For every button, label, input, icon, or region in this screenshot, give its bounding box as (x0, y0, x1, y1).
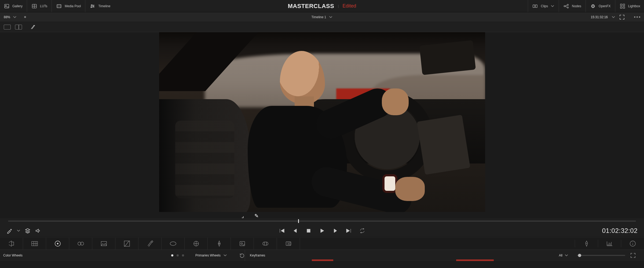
layer-stack-icon[interactable] (25, 228, 31, 234)
rgb-mixer-button[interactable] (92, 238, 115, 250)
nodes-icon (563, 3, 569, 9)
info-button[interactable] (621, 240, 644, 247)
chevron-down-icon (13, 15, 17, 19)
palette-strip: 3D (0, 237, 644, 250)
timeline-button[interactable]: Timeline (85, 0, 115, 12)
svg-point-25 (170, 242, 176, 245)
keyframe-segment[interactable] (456, 259, 494, 261)
source-timecode[interactable]: 15:31:32:16 (591, 15, 608, 19)
svg-rect-14 (623, 4, 625, 6)
hdr-icon (77, 240, 85, 247)
footer-bar: Color Wheels Primaries Wheels Keyframes … (0, 250, 644, 261)
timeline-name-dropdown[interactable]: Timeline 1 (312, 15, 333, 19)
zoom-value: 88% (4, 15, 10, 19)
first-frame-icon[interactable] (279, 228, 285, 234)
loop-icon[interactable] (359, 228, 365, 234)
media-pool-button[interactable]: Media Pool (52, 0, 85, 12)
options-menu-icon[interactable] (634, 16, 640, 18)
window-button[interactable] (185, 238, 208, 250)
lightbox-button[interactable]: Lightbox (615, 0, 640, 12)
color-wheels-icon (54, 240, 61, 247)
color-picker-icon[interactable] (6, 228, 12, 234)
keyframes-label: Keyframes (250, 254, 265, 257)
chevron-down-icon[interactable] (612, 15, 615, 19)
openfx-button[interactable]: OpenFX (586, 0, 615, 12)
color-match-icon (31, 240, 38, 247)
tracker-button[interactable] (208, 238, 231, 250)
status-dot-icon (24, 16, 26, 18)
svg-rect-30 (263, 242, 268, 245)
curves-button[interactable] (115, 238, 138, 250)
mode-dropdown[interactable]: Primaries Wheels (195, 254, 227, 257)
stop-icon[interactable] (306, 228, 312, 234)
step-back-icon[interactable] (292, 228, 298, 234)
qualifier-button[interactable] (162, 238, 185, 250)
step-fwd-icon[interactable] (332, 228, 338, 234)
project-title-block: MASTERCLASS | Edited (288, 3, 356, 10)
expand-icon[interactable] (619, 14, 625, 20)
qualifier-icon (169, 240, 177, 247)
viewer-area[interactable]: ⌟ ✎ (0, 32, 644, 218)
color-match-button[interactable] (23, 238, 46, 250)
reset-icon[interactable] (239, 252, 245, 258)
sizing-button[interactable]: 3D (277, 238, 300, 250)
svg-rect-28 (240, 241, 245, 246)
last-frame-icon[interactable] (346, 228, 352, 234)
camera-raw-button[interactable] (0, 238, 23, 250)
keyframe-zoom-slider[interactable] (577, 255, 625, 256)
chevron-down-icon (223, 254, 227, 257)
scopes-button[interactable] (598, 240, 621, 247)
clips-button[interactable]: Clips (528, 0, 559, 12)
rgb-mixer-icon (100, 240, 108, 247)
image-wipe-icon[interactable] (30, 24, 36, 30)
top-toolbar: Gallery LUTs Media Pool Timeline MASTERC… (0, 0, 644, 12)
svg-rect-13 (620, 4, 622, 6)
info-icon (629, 240, 636, 247)
keyframes-filter-dropdown[interactable]: All (559, 254, 573, 257)
blur-button[interactable] (254, 238, 277, 250)
timeline-icon (90, 3, 96, 9)
play-icon[interactable] (319, 228, 325, 234)
panel-title: Color Wheels (3, 254, 23, 257)
nodes-label: Nodes (572, 4, 581, 8)
clips-icon (532, 3, 538, 9)
expand-icon[interactable] (630, 252, 636, 258)
camera-raw-icon (8, 240, 15, 247)
record-timecode[interactable]: 01:02:32:02 (602, 227, 638, 234)
blur-icon (262, 240, 269, 247)
color-wheels-button[interactable] (46, 238, 69, 250)
gallery-button[interactable]: Gallery (4, 0, 27, 12)
single-view-button[interactable] (4, 25, 11, 29)
scopes-icon (606, 240, 613, 247)
dual-view-button[interactable] (15, 25, 22, 29)
svg-rect-8 (535, 5, 537, 8)
svg-point-10 (567, 4, 569, 5)
playhead[interactable] (298, 219, 299, 223)
viewer-toolbar (0, 22, 644, 32)
chevron-down-icon[interactable] (17, 229, 20, 233)
svg-rect-3 (57, 5, 61, 8)
tracker-icon (215, 240, 223, 247)
hdr-button[interactable] (69, 238, 92, 250)
scrub-bar[interactable] (0, 218, 644, 224)
project-name: MASTERCLASS (288, 3, 334, 10)
mute-icon[interactable] (35, 228, 41, 234)
luts-button[interactable]: LUTs (27, 0, 52, 12)
nodes-button[interactable]: Nodes (559, 0, 586, 12)
svg-point-11 (567, 7, 569, 8)
keyframe-segment[interactable] (312, 259, 333, 261)
highlight-button[interactable] (575, 240, 598, 247)
magic-mask-button[interactable] (231, 238, 254, 250)
media-pool-icon (56, 3, 62, 9)
curves-icon (123, 240, 131, 247)
color-warper-button[interactable] (138, 238, 162, 250)
svg-point-29 (241, 243, 243, 244)
gallery-label: Gallery (12, 4, 23, 8)
page-dots[interactable] (171, 254, 184, 256)
magic-mask-icon (239, 240, 246, 247)
gallery-icon (4, 3, 10, 9)
openfx-icon (590, 3, 596, 9)
svg-rect-7 (533, 5, 535, 8)
keyframes-panel-header: Keyframes All (245, 250, 641, 261)
zoom-dropdown[interactable]: 88% (4, 15, 26, 19)
